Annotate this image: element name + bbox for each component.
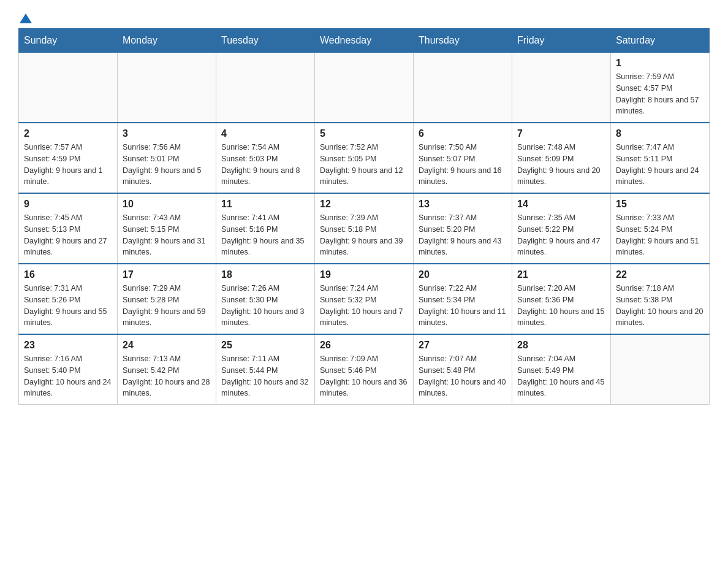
day-number: 27 [419,340,507,351]
calendar-week-row: 23Sunrise: 7:16 AMSunset: 5:40 PMDayligh… [19,334,710,405]
day-info: Sunrise: 7:47 AMSunset: 5:11 PMDaylight:… [616,142,704,188]
calendar-day-cell: 19Sunrise: 7:24 AMSunset: 5:32 PMDayligh… [315,264,414,334]
day-info: Sunrise: 7:57 AMSunset: 4:59 PMDaylight:… [24,142,112,188]
day-info: Sunrise: 7:26 AMSunset: 5:30 PMDaylight:… [221,283,309,329]
calendar-day-cell: 5Sunrise: 7:52 AMSunset: 5:05 PMDaylight… [315,123,414,193]
logo [18,12,32,22]
calendar-day-cell: 3Sunrise: 7:56 AMSunset: 5:01 PMDaylight… [118,123,216,193]
calendar-day-cell [611,334,710,405]
calendar-day-cell: 8Sunrise: 7:47 AMSunset: 5:11 PMDaylight… [611,123,710,193]
calendar-day-cell: 9Sunrise: 7:45 AMSunset: 5:13 PMDaylight… [19,193,118,264]
calendar-day-cell: 23Sunrise: 7:16 AMSunset: 5:40 PMDayligh… [19,334,118,405]
day-info: Sunrise: 7:43 AMSunset: 5:15 PMDaylight:… [123,212,211,258]
calendar-day-cell: 2Sunrise: 7:57 AMSunset: 4:59 PMDaylight… [19,123,118,193]
svg-marker-0 [20,13,32,23]
day-info: Sunrise: 7:13 AMSunset: 5:42 PMDaylight:… [123,353,211,399]
day-info: Sunrise: 7:39 AMSunset: 5:18 PMDaylight:… [320,212,408,258]
day-number: 22 [616,269,704,280]
calendar-week-row: 9Sunrise: 7:45 AMSunset: 5:13 PMDaylight… [19,193,710,264]
calendar-day-cell: 4Sunrise: 7:54 AMSunset: 5:03 PMDaylight… [216,123,315,193]
calendar-day-cell: 28Sunrise: 7:04 AMSunset: 5:49 PMDayligh… [512,334,611,405]
day-info: Sunrise: 7:24 AMSunset: 5:32 PMDaylight:… [320,283,408,329]
col-wednesday: Wednesday [315,29,414,53]
day-info: Sunrise: 7:48 AMSunset: 5:09 PMDaylight:… [517,142,605,188]
calendar-day-cell: 24Sunrise: 7:13 AMSunset: 5:42 PMDayligh… [118,334,216,405]
day-number: 9 [24,199,112,210]
calendar-day-cell [512,53,611,123]
day-info: Sunrise: 7:20 AMSunset: 5:36 PMDaylight:… [517,283,605,329]
day-number: 13 [419,199,507,210]
calendar-day-cell: 6Sunrise: 7:50 AMSunset: 5:07 PMDaylight… [414,123,512,193]
calendar-day-cell: 7Sunrise: 7:48 AMSunset: 5:09 PMDaylight… [512,123,611,193]
day-info: Sunrise: 7:18 AMSunset: 5:38 PMDaylight:… [616,283,704,329]
day-number: 6 [419,128,507,139]
logo-triangle-icon [20,12,32,25]
day-number: 18 [221,269,309,280]
day-number: 4 [221,128,309,139]
day-info: Sunrise: 7:52 AMSunset: 5:05 PMDaylight:… [320,142,408,188]
col-monday: Monday [118,29,216,53]
day-number: 23 [24,340,112,351]
day-number: 20 [419,269,507,280]
day-info: Sunrise: 7:31 AMSunset: 5:26 PMDaylight:… [24,283,112,329]
calendar-day-cell: 14Sunrise: 7:35 AMSunset: 5:22 PMDayligh… [512,193,611,264]
calendar-day-cell [19,53,118,123]
day-number: 3 [123,128,211,139]
calendar-day-cell [216,53,315,123]
calendar-day-cell: 16Sunrise: 7:31 AMSunset: 5:26 PMDayligh… [19,264,118,334]
col-friday: Friday [512,29,611,53]
calendar-table: Sunday Monday Tuesday Wednesday Thursday… [18,28,710,405]
day-info: Sunrise: 7:07 AMSunset: 5:48 PMDaylight:… [419,353,507,399]
day-info: Sunrise: 7:16 AMSunset: 5:40 PMDaylight:… [24,353,112,399]
day-info: Sunrise: 7:11 AMSunset: 5:44 PMDaylight:… [221,353,309,399]
calendar-day-cell [315,53,414,123]
day-number: 25 [221,340,309,351]
day-info: Sunrise: 7:37 AMSunset: 5:20 PMDaylight:… [419,212,507,258]
calendar-day-cell: 25Sunrise: 7:11 AMSunset: 5:44 PMDayligh… [216,334,315,405]
col-saturday: Saturday [611,29,710,53]
day-number: 1 [616,58,704,69]
day-number: 26 [320,340,408,351]
calendar-day-cell: 17Sunrise: 7:29 AMSunset: 5:28 PMDayligh… [118,264,216,334]
calendar-day-cell: 22Sunrise: 7:18 AMSunset: 5:38 PMDayligh… [611,264,710,334]
calendar-day-cell: 26Sunrise: 7:09 AMSunset: 5:46 PMDayligh… [315,334,414,405]
col-thursday: Thursday [414,29,512,53]
calendar-header-row: Sunday Monday Tuesday Wednesday Thursday… [19,29,710,53]
calendar-day-cell: 12Sunrise: 7:39 AMSunset: 5:18 PMDayligh… [315,193,414,264]
day-info: Sunrise: 7:50 AMSunset: 5:07 PMDaylight:… [419,142,507,188]
calendar-day-cell: 1Sunrise: 7:59 AMSunset: 4:57 PMDaylight… [611,53,710,123]
day-info: Sunrise: 7:41 AMSunset: 5:16 PMDaylight:… [221,212,309,258]
day-number: 16 [24,269,112,280]
calendar-week-row: 2Sunrise: 7:57 AMSunset: 4:59 PMDaylight… [19,123,710,193]
day-number: 12 [320,199,408,210]
day-info: Sunrise: 7:35 AMSunset: 5:22 PMDaylight:… [517,212,605,258]
calendar-day-cell: 11Sunrise: 7:41 AMSunset: 5:16 PMDayligh… [216,193,315,264]
calendar-day-cell [414,53,512,123]
day-info: Sunrise: 7:04 AMSunset: 5:49 PMDaylight:… [517,353,605,399]
calendar-day-cell: 18Sunrise: 7:26 AMSunset: 5:30 PMDayligh… [216,264,315,334]
calendar-day-cell: 13Sunrise: 7:37 AMSunset: 5:20 PMDayligh… [414,193,512,264]
calendar-day-cell: 15Sunrise: 7:33 AMSunset: 5:24 PMDayligh… [611,193,710,264]
day-number: 10 [123,199,211,210]
day-info: Sunrise: 7:45 AMSunset: 5:13 PMDaylight:… [24,212,112,258]
day-number: 24 [123,340,211,351]
calendar-week-row: 16Sunrise: 7:31 AMSunset: 5:26 PMDayligh… [19,264,710,334]
page-header [18,12,710,22]
day-info: Sunrise: 7:09 AMSunset: 5:46 PMDaylight:… [320,353,408,399]
day-number: 19 [320,269,408,280]
day-info: Sunrise: 7:33 AMSunset: 5:24 PMDaylight:… [616,212,704,258]
calendar-day-cell: 27Sunrise: 7:07 AMSunset: 5:48 PMDayligh… [414,334,512,405]
col-tuesday: Tuesday [216,29,315,53]
calendar-day-cell: 20Sunrise: 7:22 AMSunset: 5:34 PMDayligh… [414,264,512,334]
calendar-day-cell [118,53,216,123]
calendar-day-cell: 10Sunrise: 7:43 AMSunset: 5:15 PMDayligh… [118,193,216,264]
calendar-week-row: 1Sunrise: 7:59 AMSunset: 4:57 PMDaylight… [19,53,710,123]
day-number: 14 [517,199,605,210]
day-info: Sunrise: 7:59 AMSunset: 4:57 PMDaylight:… [616,71,704,117]
day-info: Sunrise: 7:54 AMSunset: 5:03 PMDaylight:… [221,142,309,188]
day-number: 7 [517,128,605,139]
day-number: 8 [616,128,704,139]
day-number: 28 [517,340,605,351]
day-number: 15 [616,199,704,210]
day-info: Sunrise: 7:22 AMSunset: 5:34 PMDaylight:… [419,283,507,329]
